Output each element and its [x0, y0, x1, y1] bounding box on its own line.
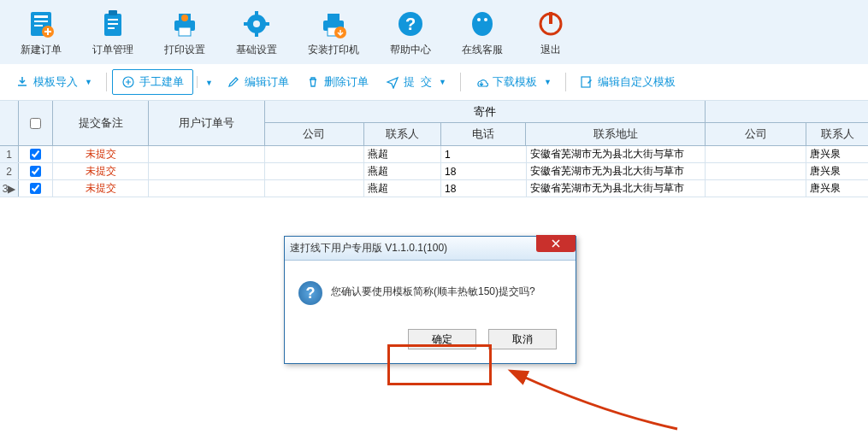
ok-button[interactable]: 确定 [408, 329, 476, 349]
dialog-message: 您确认要使用模板简称(顺丰热敏150)提交吗? [331, 281, 535, 299]
dialog-overlay: 速打线下用户专用版 V1.1.0.1(100) ? 您确认要使用模板简称(顺丰热… [0, 0, 868, 446]
close-icon [551, 239, 561, 248]
confirm-dialog: 速打线下用户专用版 V1.1.0.1(100) ? 您确认要使用模板简称(顺丰热… [284, 236, 576, 364]
dialog-body: ? 您确认要使用模板简称(顺丰热敏150)提交吗? [285, 261, 576, 320]
dialog-title: 速打线下用户专用版 V1.1.0.1(100) [290, 241, 447, 255]
close-button[interactable] [536, 235, 576, 252]
annotation-arrow [506, 369, 694, 446]
question-icon: ? [298, 281, 322, 305]
cancel-button[interactable]: 取消 [488, 329, 557, 349]
dialog-actions: 确定 取消 [285, 320, 576, 363]
dialog-titlebar[interactable]: 速打线下用户专用版 V1.1.0.1(100) [285, 237, 576, 261]
